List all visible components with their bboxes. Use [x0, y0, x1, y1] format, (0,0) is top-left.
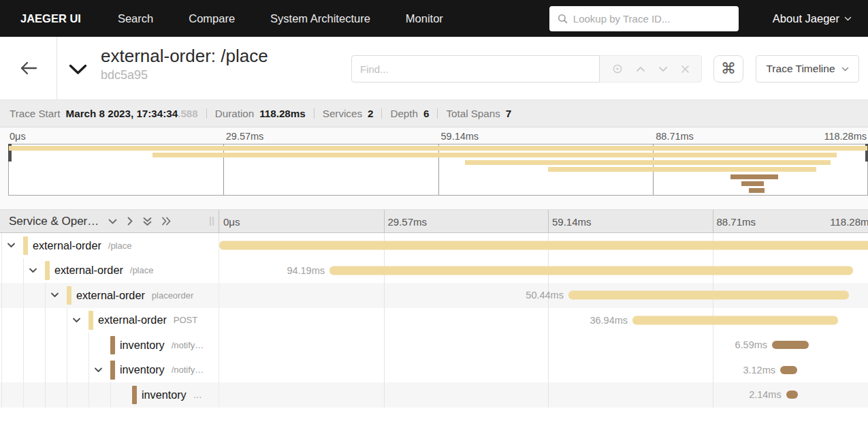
chevron-down-icon[interactable]: [108, 218, 118, 225]
minimap-canvas[interactable]: [8, 144, 868, 196]
span-timeline-cell: 2.14ms: [219, 382, 868, 408]
timeline-gridline: [384, 333, 385, 358]
minimap-tick-label: 59.14ms: [438, 131, 479, 142]
timeline-tick-label: 29.57ms: [384, 215, 428, 227]
minimap-tick-label: 88.71ms: [653, 131, 694, 142]
span-name-label: inventory…: [142, 382, 202, 408]
timeline-header-left: Service & Oper…: [0, 210, 219, 232]
span-bar[interactable]: [772, 341, 809, 349]
nav-link-system-architecture[interactable]: System Architecture: [270, 12, 370, 25]
span-service-name: inventory: [120, 363, 165, 376]
span-row[interactable]: external-order/place94.19ms: [0, 258, 868, 284]
trace-id-search-input[interactable]: [573, 13, 730, 25]
minimap-tick-label: 29.57ms: [223, 131, 264, 142]
double-chevron-down-icon[interactable]: [142, 217, 152, 226]
tree-guide-line: [1, 258, 2, 284]
app-brand[interactable]: JAEGER UI: [20, 12, 81, 25]
chevron-down-icon[interactable]: [50, 292, 59, 299]
target-icon[interactable]: [612, 63, 623, 74]
timeline-gridline: [384, 382, 385, 408]
span-duration-label: 2.14ms: [749, 389, 782, 400]
span-timeline-cell: 50.44ms: [219, 283, 868, 308]
span-color-bar: [132, 386, 137, 405]
span-color-bar: [45, 261, 50, 280]
span-name-cell: inventory/notify…: [0, 358, 219, 383]
chevron-down-icon[interactable]: [7, 243, 16, 249]
span-name-label: external-order/place: [33, 233, 131, 258]
minimap-tick-label: 0μs: [8, 131, 26, 142]
span-row[interactable]: inventory/notify…3.12ms: [0, 358, 868, 383]
trace-header: external-order: /place bdc5a95 ⌘ Trace T…: [0, 37, 868, 100]
span-bar[interactable]: [329, 266, 853, 275]
chevron-down-icon[interactable]: [29, 267, 37, 273]
span-row[interactable]: external-orderPOST36.94ms: [0, 308, 868, 333]
double-chevron-right-icon[interactable]: [161, 216, 172, 226]
span-name-cell: external-orderplaceorder: [0, 283, 219, 308]
tree-guide-line: [45, 358, 46, 383]
find-tools: [600, 55, 702, 82]
keyboard-shortcuts-button[interactable]: ⌘: [713, 55, 743, 82]
span-duration-label: 94.19ms: [287, 265, 325, 276]
span-bar[interactable]: [219, 241, 868, 250]
span-bar[interactable]: [786, 391, 798, 399]
span-service-name: external-order: [33, 239, 101, 252]
chevron-up-icon[interactable]: [636, 66, 645, 72]
chevron-right-icon[interactable]: [127, 216, 133, 226]
nav-link-search[interactable]: Search: [118, 12, 153, 25]
summary-item-label: Services: [323, 108, 362, 119]
span-bar[interactable]: [568, 291, 849, 300]
summary-item-label: Trace Start: [10, 108, 61, 119]
span-name-label: inventory/notify…: [120, 358, 204, 383]
minimap-span-bar: [749, 188, 765, 193]
x-icon[interactable]: [681, 65, 690, 74]
find-bar: [351, 55, 702, 82]
span-name-label: external-orderPOST: [98, 308, 197, 333]
span-duration-label: 36.94ms: [590, 315, 628, 326]
nav-link-compare[interactable]: Compare: [189, 12, 235, 25]
chevron-down-icon[interactable]: [658, 66, 668, 72]
tree-guide-line: [89, 333, 89, 358]
minimap-tick-labels: 0μs29.57ms59.14ms88.71ms118.28ms: [8, 131, 868, 142]
summary-item-value: 118.28ms: [259, 108, 306, 119]
collapse-trace-details-button[interactable]: [69, 64, 87, 75]
about-jaeger-menu[interactable]: About Jaeger: [773, 12, 852, 25]
span-operation-name: /notify…: [172, 365, 204, 375]
timeline-gridline: [548, 358, 549, 383]
span-row[interactable]: external-orderplaceorder50.44ms: [0, 283, 868, 308]
trace-id-search[interactable]: [549, 6, 739, 31]
span-operation-name: /place: [108, 241, 132, 251]
about-jaeger-label: About Jaeger: [773, 12, 839, 25]
summary-item-services: Services2: [306, 108, 374, 119]
span-color-bar: [110, 336, 115, 355]
tree-guide-line: [1, 358, 2, 383]
back-button[interactable]: [0, 37, 57, 100]
span-duration-label: 3.12ms: [743, 365, 775, 376]
timeline-gridline: [548, 382, 549, 408]
minimap-span-bar: [730, 174, 778, 179]
span-row[interactable]: external-order/place: [0, 233, 868, 258]
span-name-cell: external-orderPOST: [0, 308, 219, 333]
column-resizer-grip[interactable]: [210, 217, 214, 226]
tree-guide-line: [110, 382, 111, 408]
span-row[interactable]: inventory/notify…6.59ms: [0, 333, 868, 358]
span-bar[interactable]: [780, 366, 798, 374]
chevron-down-icon: [69, 64, 87, 75]
minimap-gridline: [438, 144, 439, 195]
find-input[interactable]: [351, 55, 600, 82]
summary-item-depth: Depth6: [373, 108, 429, 119]
tree-guide-line: [89, 382, 89, 408]
trace-view-select[interactable]: Trace Timeline: [756, 55, 859, 82]
span-bar[interactable]: [632, 316, 838, 324]
timeline-header-scale: 0μs29.57ms59.14ms88.71ms118.28ms: [219, 210, 868, 232]
nav-link-monitor[interactable]: Monitor: [406, 12, 443, 25]
span-timeline-scale: [219, 233, 868, 258]
chevron-down-icon[interactable]: [72, 317, 81, 323]
span-color-bar: [23, 236, 28, 256]
chevron-down-icon[interactable]: [94, 367, 103, 373]
command-icon: ⌘: [721, 60, 736, 78]
span-name-cell: inventory…: [0, 382, 219, 408]
tree-guide-line: [89, 358, 89, 383]
span-row[interactable]: inventory…2.14ms: [0, 382, 868, 408]
span-name-cell: inventory/notify…: [0, 333, 219, 358]
minimap-span-bar: [741, 181, 764, 186]
